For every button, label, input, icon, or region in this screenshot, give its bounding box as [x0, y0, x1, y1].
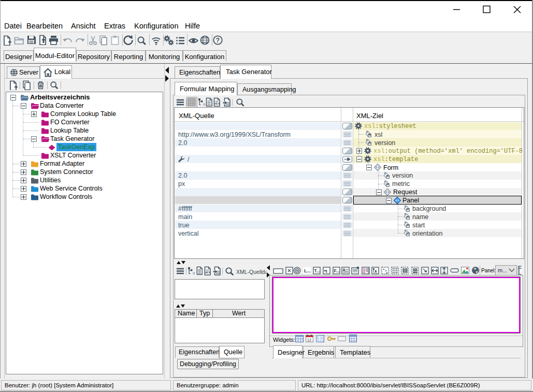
- svg-text:12: 12: [307, 338, 311, 342]
- svg-text:T...: T...: [314, 268, 320, 273]
- svg-text:F...: F...: [334, 268, 340, 273]
- svg-text:*I: *I: [324, 268, 327, 274]
- svg-text:L...: L...: [304, 268, 311, 273]
